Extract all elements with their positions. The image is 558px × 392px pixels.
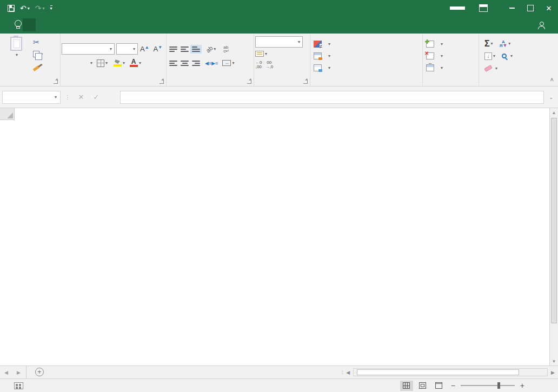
new-sheet-button[interactable]: + — [35, 368, 44, 376]
name-box[interactable]: ▾ — [2, 91, 61, 104]
name-box-splitter[interactable]: ⋮ — [63, 94, 72, 100]
page-break-view-button[interactable] — [433, 381, 446, 391]
undo-icon[interactable]: ↶▾ — [20, 4, 30, 12]
decrease-decimal-icon[interactable]: 00→,0 — [265, 61, 273, 69]
paste-button[interactable]: ▾ — [1, 35, 31, 77]
ribbon-group-alignment: ab▾ abc↵ ◀≡ ▶≡ ↔▾ — [167, 34, 254, 86]
borders-icon[interactable] — [97, 59, 104, 67]
horizontal-scroll-thumb[interactable] — [357, 369, 519, 375]
title-bar: ↶▾ ↷▾ ▾ ✕ — [0, 0, 558, 16]
format-cells-icon — [426, 64, 434, 71]
copy-button[interactable]: ▾ — [31, 48, 44, 60]
pane-splitter[interactable]: ⁞ — [342, 370, 343, 375]
number-group-label — [255, 77, 309, 86]
cut-button[interactable]: ✂ — [31, 36, 44, 48]
format-painter-button[interactable] — [31, 60, 44, 72]
ribbon-display-options-icon[interactable] — [479, 4, 488, 12]
zoom-in-icon[interactable]: + — [518, 381, 527, 390]
font-dialog-launcher[interactable] — [160, 79, 164, 84]
customize-qat-icon[interactable]: ▾ — [50, 5, 52, 11]
alignment-dialog-launcher[interactable] — [247, 79, 251, 84]
scroll-down-icon[interactable]: ▼ — [550, 357, 558, 366]
conditional-formatting-icon — [314, 41, 322, 48]
cell-styles-button[interactable]: ▾ — [311, 62, 421, 74]
lightbulb-icon — [14, 20, 22, 30]
zoom-slider-thumb[interactable] — [497, 382, 500, 389]
increase-decimal-icon[interactable]: ←0,00 — [255, 61, 262, 69]
brush-icon — [33, 65, 40, 71]
conditional-formatting-button[interactable]: ▾ — [311, 38, 421, 50]
share-button[interactable] — [538, 16, 558, 34]
format-cells-button[interactable]: ▾ — [424, 62, 477, 74]
confirm-entry-icon[interactable]: ✓ — [90, 93, 103, 101]
collapse-ribbon-icon[interactable]: ˄ — [550, 76, 554, 83]
person-icon — [538, 22, 545, 29]
vertical-scrollbar[interactable]: ▲ ▼ — [549, 108, 558, 366]
fill-color-icon[interactable] — [113, 59, 122, 67]
worksheet-grid[interactable] — [0, 108, 549, 366]
scroll-right-icon[interactable]: ▶ — [549, 370, 557, 375]
sheet-nav-right-icon[interactable]: ▶ — [12, 366, 25, 378]
decrease-indent-icon[interactable]: ◀≡ — [205, 61, 211, 66]
page-layout-view-button[interactable] — [416, 381, 429, 391]
number-dialog-launcher[interactable] — [303, 79, 308, 84]
clear-icon[interactable] — [484, 65, 493, 72]
minimize-button[interactable] — [503, 0, 521, 16]
autosum-icon[interactable]: Σ — [484, 39, 490, 49]
save-icon[interactable] — [8, 5, 15, 12]
expand-formula-bar-icon[interactable]: ⌄ — [546, 95, 556, 100]
merge-center-icon[interactable]: ↔ — [222, 60, 231, 66]
copy-icon — [33, 51, 39, 57]
align-center-icon[interactable] — [181, 61, 189, 66]
editing-group-label — [480, 77, 542, 86]
align-top-icon[interactable] — [169, 46, 177, 52]
cancel-entry-icon[interactable]: ✕ — [75, 93, 88, 101]
status-bar: − + — [0, 378, 558, 392]
align-right-icon[interactable] — [192, 61, 200, 66]
paste-icon — [10, 37, 22, 51]
find-select-icon[interactable] — [502, 54, 507, 58]
decrease-font-icon[interactable]: А▼ — [151, 45, 165, 53]
insert-cells-icon — [426, 41, 434, 48]
increase-font-icon[interactable]: А▲ — [138, 45, 151, 53]
clipboard-dialog-launcher[interactable] — [54, 79, 58, 84]
font-name-combo[interactable]: ▾ — [62, 43, 115, 55]
format-as-table-button[interactable]: ▾ — [311, 50, 421, 62]
align-bottom-icon[interactable] — [192, 46, 200, 52]
increase-indent-icon[interactable]: ▶≡ — [211, 61, 218, 66]
wrap-text-icon[interactable]: abc↵ — [223, 45, 229, 53]
zoom-slider[interactable] — [461, 385, 515, 386]
select-all-button[interactable] — [0, 108, 15, 120]
accounting-format-icon[interactable] — [255, 51, 264, 57]
scroll-left-icon[interactable]: ◀ — [344, 370, 352, 375]
align-middle-icon[interactable] — [181, 46, 189, 52]
insert-cells-button[interactable]: ▾ — [424, 38, 477, 50]
zoom-out-icon[interactable]: − — [449, 381, 457, 390]
delete-cells-icon — [426, 52, 434, 59]
sheet-tab-bar: ◀ ▶ + ⁞ ◀ ▶ — [0, 366, 558, 378]
ribbon-group-font: ▾ ▾ А▲ А▼ ▾ ▾ ▾ А▾ — [61, 34, 167, 86]
ribbon-group-number: ▾ ▾ ←0,00 00→,0 — [254, 34, 310, 86]
vertical-scroll-thumb[interactable] — [551, 118, 557, 323]
sort-filter-icon[interactable]: АЯ▼ — [500, 40, 508, 48]
scroll-up-icon[interactable]: ▲ — [550, 108, 558, 117]
maximize-button[interactable] — [521, 0, 540, 16]
fill-down-icon[interactable]: ↓ — [484, 52, 492, 60]
close-button[interactable]: ✕ — [540, 0, 558, 16]
macro-record-icon[interactable] — [14, 382, 23, 389]
orientation-icon[interactable]: ab — [205, 44, 214, 54]
font-color-icon[interactable]: А — [129, 59, 138, 67]
redo-icon[interactable]: ↷▾ — [35, 4, 45, 12]
tab-assistant[interactable] — [23, 18, 36, 31]
sheet-nav-left-icon[interactable]: ◀ — [0, 366, 12, 378]
sign-in-button[interactable] — [450, 6, 465, 10]
ribbon: ▾ ✂ ▾ ▾ ▾ А▲ А▼ ▾ ▾ — [0, 34, 558, 87]
normal-view-button[interactable] — [400, 381, 413, 391]
formula-input[interactable] — [120, 91, 544, 104]
horizontal-scrollbar[interactable] — [353, 368, 548, 376]
ribbon-group-cells: ▾ ▾ ▾ — [423, 34, 479, 86]
font-size-combo[interactable]: ▾ — [116, 43, 138, 55]
align-left-icon[interactable] — [169, 61, 177, 66]
styles-group-label — [311, 77, 421, 86]
number-format-combo[interactable]: ▾ — [255, 36, 303, 48]
